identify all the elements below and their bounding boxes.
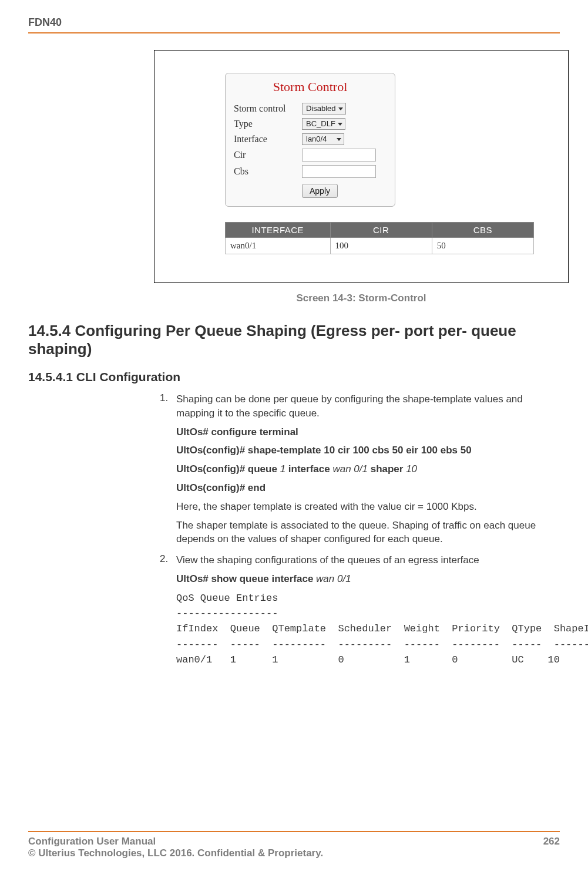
interface-label: Interface (234, 134, 302, 144)
footer-copyright: © Ulterius Technologies, LLC 2016. Confi… (28, 847, 323, 859)
page-number: 262 (543, 836, 560, 859)
figure-caption: Screen 14-3: Storm-Control (154, 292, 569, 304)
cir-label: Cir (234, 150, 302, 160)
type-select[interactable]: BC_DLF (302, 118, 345, 130)
td-cir: 100 (330, 238, 432, 254)
cli-cmd: UltOs# show queue interface wan 0/1 (176, 572, 588, 586)
cir-input[interactable] (302, 149, 376, 162)
type-label: Type (234, 119, 302, 129)
storm-control-select[interactable]: Disabled (302, 103, 346, 115)
cbs-label: Cbs (234, 166, 302, 177)
th-interface: INTERFACE (226, 223, 331, 238)
list-number: 1. (160, 392, 176, 551)
cli-cmd: UltOs(config)# shape-template 10 cir 100… (176, 443, 560, 457)
cli-cmd: UltOs(config)# end (176, 481, 560, 495)
table-row: wan0/1 100 50 (226, 238, 534, 254)
th-cir: CIR (330, 223, 432, 238)
panel-title: Storm Control (234, 79, 387, 95)
step2-intro: View the shaping configurations of the q… (176, 553, 588, 567)
doc-id: FDN40 (28, 16, 560, 29)
apply-button[interactable]: Apply (302, 184, 338, 198)
step1-note: Here, the shaper template is created wit… (176, 500, 560, 514)
step1-intro: Shaping can be done per queue by configu… (176, 392, 560, 421)
td-interface: wan0/1 (226, 238, 331, 254)
cli-cmd: UltOs# configure terminal (176, 425, 560, 439)
th-cbs: CBS (432, 223, 533, 238)
storm-control-screenshot: Storm Control Storm control Disabled Typ… (154, 50, 569, 283)
cli-output: QoS Queue Entries ----------------- IfIn… (176, 591, 588, 668)
step1-note: The shaper template is associated to the… (176, 519, 560, 547)
cbs-input[interactable] (302, 165, 376, 178)
section-heading: 14.5.4 Configuring Per Queue Shaping (Eg… (28, 322, 560, 358)
storm-control-label: Storm control (234, 103, 302, 114)
storm-control-table: INTERFACE CIR CBS wan0/1 100 50 (225, 222, 534, 254)
cli-cmd: UltOs(config)# queue 1 interface wan 0/1… (176, 462, 560, 476)
subsection-heading: 14.5.4.1 CLI Configuration (28, 370, 560, 384)
footer-rule (28, 831, 560, 832)
td-cbs: 50 (432, 238, 533, 254)
footer-manual-title: Configuration User Manual (28, 836, 323, 847)
header-rule (28, 32, 560, 33)
list-number: 2. (160, 553, 176, 668)
interface-select[interactable]: lan0/4 (302, 133, 344, 145)
storm-control-panel: Storm Control Storm control Disabled Typ… (225, 73, 395, 207)
